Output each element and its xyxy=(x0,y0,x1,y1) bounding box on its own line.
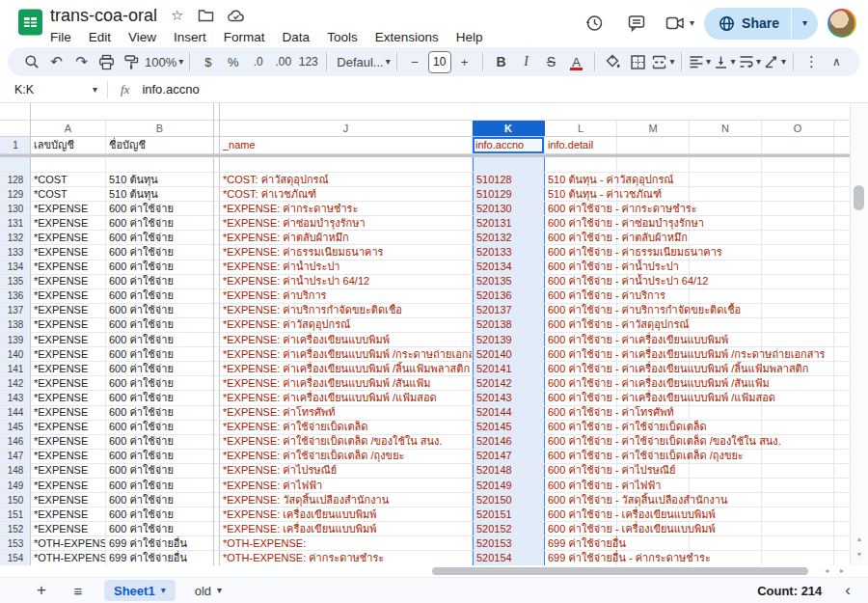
cell-empty[interactable] xyxy=(762,507,834,521)
cell-empty[interactable] xyxy=(617,157,690,172)
vertical-align-button[interactable]: ▾ xyxy=(713,50,737,73)
cell-detail[interactable]: 600 ค่าใช้จ่าย - ค่าเครื่องเขียนแบบพิมพ์ xyxy=(545,333,617,346)
cell-detail[interactable]: 600 ค่าใช้จ่าย - ค่าใช้จ่ายเบ็ดเตล็ด /ถุ… xyxy=(545,450,617,463)
cell-account-type[interactable]: *EXPENSE xyxy=(31,435,106,449)
text-wrap-button[interactable]: ▾ xyxy=(738,50,762,73)
cell-empty[interactable] xyxy=(762,551,834,564)
cell-empty[interactable] xyxy=(834,464,850,478)
cell-empty[interactable] xyxy=(834,231,850,244)
increase-font-size-button[interactable]: + xyxy=(452,50,476,73)
cell-account-type[interactable]: *EXPENSE xyxy=(31,202,106,215)
cell-account-type[interactable]: *EXPENSE xyxy=(31,260,106,274)
cell-empty[interactable] xyxy=(762,318,834,332)
row-header[interactable]: 135 xyxy=(0,275,31,288)
cell-empty[interactable] xyxy=(762,304,834,317)
cell-name[interactable]: *EXPENSE: ค่าโทรศัพท์ xyxy=(220,406,473,420)
column-header-j[interactable]: J xyxy=(220,121,473,136)
cell-empty[interactable] xyxy=(762,333,834,346)
menu-format[interactable]: Format xyxy=(215,30,274,44)
cell-accno[interactable]: 520140 xyxy=(473,347,545,361)
cell-name[interactable]: *EXPENSE: ค่าเครื่องเขียนแบบพิมพ์ /กระดา… xyxy=(220,347,473,361)
cell-name[interactable]: *EXPENSE: ค่าน้ำประปา 64/12 xyxy=(220,275,473,288)
cell-detail[interactable]: 600 ค่าใช้จ่าย - ค่าธรรมเนียมธนาคาร xyxy=(545,245,617,259)
zoom-select[interactable]: 100% ▾ xyxy=(145,50,183,73)
more-options-icon[interactable]: ⋮ xyxy=(800,50,824,73)
cell-j1[interactable]: _name xyxy=(220,137,473,153)
row-header[interactable]: 141 xyxy=(0,362,31,375)
cell-detail[interactable]: 600 ค่าใช้จ่าย - ค่าเครื่องเขียนแบบพิมพ์… xyxy=(545,391,617,404)
cell-accno[interactable]: 520145 xyxy=(473,421,545,434)
row-header[interactable]: 152 xyxy=(0,522,31,535)
cell-name[interactable]: *EXPENSE: ค่าตลับผ้าหมึก xyxy=(220,231,473,244)
cell-empty[interactable] xyxy=(762,260,834,274)
menu-edit[interactable]: Edit xyxy=(80,30,120,44)
cell-account-group[interactable]: 600 ค่าใช้จ่าย xyxy=(106,522,214,535)
document-title[interactable]: trans-coa-oral xyxy=(50,6,157,26)
cell-detail[interactable]: 600 ค่าใช้จ่าย - ค่าน้ำประปา 64/12 xyxy=(545,275,617,288)
name-box[interactable]: K:K ▾ xyxy=(0,83,107,96)
cell-empty[interactable] xyxy=(220,157,473,172)
menu-insert[interactable]: Insert xyxy=(165,30,215,44)
menu-data[interactable]: Data xyxy=(274,30,319,44)
cell-account-group[interactable]: 600 ค่าใช้จ่าย xyxy=(106,376,214,390)
cell-accno[interactable]: 520138 xyxy=(473,318,545,332)
row-header[interactable]: 137 xyxy=(0,304,31,317)
cell-empty[interactable] xyxy=(690,137,762,153)
cell-account-group[interactable]: 600 ค่าใช้จ่าย xyxy=(106,493,214,507)
cell-empty[interactable] xyxy=(690,289,762,303)
row-header[interactable]: 132 xyxy=(0,231,31,244)
cell-empty[interactable] xyxy=(834,522,850,535)
horizontal-scrollbar[interactable]: ◂ ▸ xyxy=(0,565,850,577)
row-header[interactable] xyxy=(0,157,31,172)
cell-empty[interactable] xyxy=(762,536,834,550)
cell-name[interactable]: *EXPENSE: ค่าบริการกำจัดขยะติดเชื้อ xyxy=(220,304,473,317)
cell-accno[interactable]: 520154 xyxy=(473,551,545,564)
cell-account-type[interactable]: *EXPENSE xyxy=(31,479,106,492)
select-all-corner[interactable] xyxy=(0,121,31,136)
cell-account-type[interactable]: *EXPENSE xyxy=(31,406,106,420)
cell-account-group[interactable]: 600 ค่าใช้จ่าย xyxy=(106,231,214,244)
cell-account-group[interactable]: 699 ค่าใช้จ่ายอื่น xyxy=(106,551,214,564)
cell-name[interactable]: *COST: ค่าวัสดุอุปกรณ์ xyxy=(220,173,473,186)
row-header[interactable]: 128 xyxy=(0,173,31,186)
row-header[interactable]: 143 xyxy=(0,391,31,404)
formula-input[interactable]: info.accno xyxy=(142,82,199,96)
row-header[interactable]: 144 xyxy=(0,406,31,420)
cell-detail[interactable]: 600 ค่าใช้จ่าย - เครื่องเขียนแบบพิมพ์ xyxy=(545,522,617,535)
menu-file[interactable]: File xyxy=(41,30,80,44)
cell-detail[interactable]: 600 ค่าใช้จ่าย - ค่าเครื่องเขียนแบบพิมพ์… xyxy=(545,362,617,375)
row-header[interactable]: 150 xyxy=(0,493,31,507)
cell-account-group[interactable]: 600 ค่าใช้จ่าย xyxy=(106,507,214,521)
row-header[interactable]: 142 xyxy=(0,376,31,390)
cell-account-group[interactable]: 600 ค่าใช้จ่าย xyxy=(106,318,214,332)
meet-button[interactable]: ▾ xyxy=(663,7,694,40)
cell-detail[interactable]: 600 ค่าใช้จ่าย - ค่าซ่อมบำรุงรักษา xyxy=(545,216,617,230)
paint-format-icon[interactable] xyxy=(120,50,144,73)
cell-empty[interactable] xyxy=(834,391,850,404)
tab-old[interactable]: old ▾ xyxy=(187,580,230,601)
cell-name[interactable]: *EXPENSE: วัสดุสิ้นเปลืองสำนักงาน xyxy=(220,493,473,507)
move-folder-icon[interactable] xyxy=(198,9,214,22)
cell-empty[interactable] xyxy=(690,406,762,420)
cell-accno[interactable]: 520143 xyxy=(473,391,545,404)
cell-detail[interactable]: 600 ค่าใช้จ่าย - ค่าไปรษณีย์ xyxy=(545,464,617,478)
cell-accno[interactable]: 520146 xyxy=(473,435,545,449)
cell-empty[interactable] xyxy=(834,406,850,420)
cell-account-type[interactable]: *OTH-EXPENSE xyxy=(31,551,106,564)
column-header-m[interactable]: M xyxy=(617,121,690,136)
more-formats-button[interactable]: 123 xyxy=(296,50,320,73)
fill-color-icon[interactable] xyxy=(601,50,625,73)
cell-account-group[interactable]: 600 ค่าใช้จ่าย xyxy=(106,289,214,303)
row-header[interactable]: 139 xyxy=(0,333,31,346)
cell-empty[interactable] xyxy=(762,245,834,259)
cell-accno[interactable]: 520147 xyxy=(473,450,545,463)
cell-empty[interactable] xyxy=(834,318,850,332)
cell-name[interactable]: *OTH-EXPENSE: xyxy=(220,536,473,550)
cell-name[interactable]: *EXPENSE: เครื่องเขียนแบบพิมพ์ xyxy=(220,522,473,535)
cell-empty[interactable] xyxy=(834,333,850,346)
cell-empty[interactable] xyxy=(762,493,834,507)
cell-empty[interactable] xyxy=(762,376,834,390)
cell-empty[interactable] xyxy=(690,231,762,244)
cell-empty[interactable] xyxy=(834,479,850,492)
cell-empty[interactable] xyxy=(834,536,850,550)
